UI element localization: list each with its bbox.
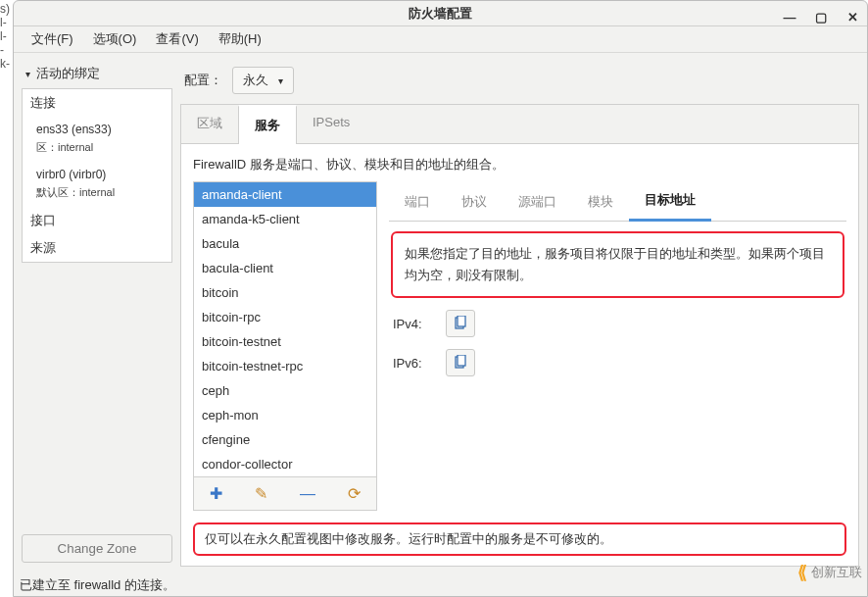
watermark: ⟪ 创新互联 (797, 562, 862, 583)
tab-zones[interactable]: 区域 (181, 105, 238, 143)
category-tabs: 区域 服务 IPSets (181, 105, 858, 144)
ipv4-label: IPv4: (393, 317, 436, 331)
list-item[interactable]: bacula (194, 231, 376, 256)
menu-help[interactable]: 帮助(H) (211, 26, 269, 52)
maximize-button[interactable]: ▢ (812, 8, 830, 25)
sidebar-heading[interactable]: ▾ 活动的绑定 (22, 61, 172, 88)
chevron-down-icon: ▾ (25, 69, 30, 79)
list-item[interactable]: bacula-client (194, 256, 376, 280)
chevron-down-icon: ▾ (278, 75, 283, 86)
change-zone-button[interactable]: Change Zone (22, 534, 172, 563)
subtab-ports[interactable]: 端口 (389, 185, 446, 221)
list-item[interactable]: ceph-mon (194, 403, 376, 427)
subtab-modules[interactable]: 模块 (572, 185, 629, 221)
sidebar-section-interfaces[interactable]: 接口 (23, 207, 171, 234)
main-panel: 配置： 永久 ▾ 区域 服务 IPSets FirewallD 服务是端口、协议… (172, 53, 867, 571)
ipv4-edit-button[interactable] (446, 310, 475, 337)
terminal-gutter: s) l- l- - k- (0, 0, 12, 597)
window-title: 防火墙配置 (409, 5, 472, 23)
menu-file[interactable]: 文件(F) (24, 26, 81, 52)
list-item[interactable]: ceph (194, 378, 376, 403)
list-item[interactable]: bitcoin-testnet-rpc (194, 354, 376, 378)
list-item[interactable]: amanda-k5-client (194, 207, 376, 231)
close-button[interactable]: ✕ (844, 8, 861, 25)
ipv6-edit-button[interactable] (446, 349, 475, 376)
subtab-source-ports[interactable]: 源端口 (503, 185, 572, 221)
service-subtabs: 端口 协议 源端口 模块 目标地址 (389, 183, 846, 222)
tab-ipsets[interactable]: IPSets (297, 105, 365, 143)
document-icon (453, 316, 468, 331)
titlebar: 防火墙配置 — ▢ ✕ (14, 1, 867, 26)
subtab-destination[interactable]: 目标地址 (629, 183, 711, 222)
services-list[interactable]: amanda-client amanda-k5-client bacula ba… (193, 181, 377, 477)
list-item[interactable]: condor-collector (194, 452, 376, 476)
sidebar-host-virbr0[interactable]: virbr0 (virbr0) 默认区：internal (23, 162, 171, 207)
menu-view[interactable]: 查看(V) (148, 26, 206, 52)
config-mode-select[interactable]: 永久 ▾ (232, 67, 294, 94)
permanent-only-note: 仅可以在永久配置视图中修改服务。运行时配置中的服务是不可修改的。 (193, 522, 846, 556)
svg-rect-1 (458, 316, 465, 326)
list-item[interactable]: amanda-client (194, 182, 376, 207)
remove-service-button[interactable]: — (294, 483, 321, 505)
services-description: FirewallD 服务是端口、协议、模块和目的地址的组合。 (181, 144, 858, 181)
ipv6-label: IPv6: (393, 356, 436, 371)
sidebar-section-sources[interactable]: 来源 (23, 234, 171, 262)
logo-icon: ⟪ (797, 562, 807, 583)
status-bar: 已建立至 firewalld 的连接。 (14, 571, 867, 596)
minimize-button[interactable]: — (781, 8, 798, 25)
tab-services[interactable]: 服务 (238, 105, 297, 144)
sidebar: ▾ 活动的绑定 连接 ens33 (ens33) 区：internal virb… (14, 53, 172, 571)
subtab-protocols[interactable]: 协议 (446, 185, 503, 221)
sidebar-host-ens33[interactable]: ens33 (ens33) 区：internal (23, 117, 171, 162)
list-item[interactable]: bitcoin (194, 280, 376, 305)
reload-service-button[interactable]: ⟳ (342, 482, 366, 505)
document-icon (453, 355, 468, 371)
list-item[interactable]: bitcoin-testnet (194, 329, 376, 354)
config-label: 配置： (184, 72, 222, 89)
add-service-button[interactable]: ✚ (204, 482, 228, 505)
svg-rect-3 (458, 355, 465, 366)
sidebar-section-connections[interactable]: 连接 (23, 89, 171, 117)
list-item[interactable]: cfengine (194, 427, 376, 452)
firewall-config-window: 防火墙配置 — ▢ ✕ 文件(F) 选项(O) 查看(V) 帮助(H) ▾ 活动… (13, 0, 868, 597)
list-item[interactable]: bitcoin-rpc (194, 305, 376, 329)
menubar: 文件(F) 选项(O) 查看(V) 帮助(H) (14, 26, 867, 53)
edit-service-button[interactable]: ✎ (249, 482, 273, 505)
menu-options[interactable]: 选项(O) (85, 26, 145, 52)
destination-help-text: 如果您指定了目的地址，服务项目将仅限于目的地址和类型。如果两个项目均为空，则没有… (391, 231, 844, 298)
